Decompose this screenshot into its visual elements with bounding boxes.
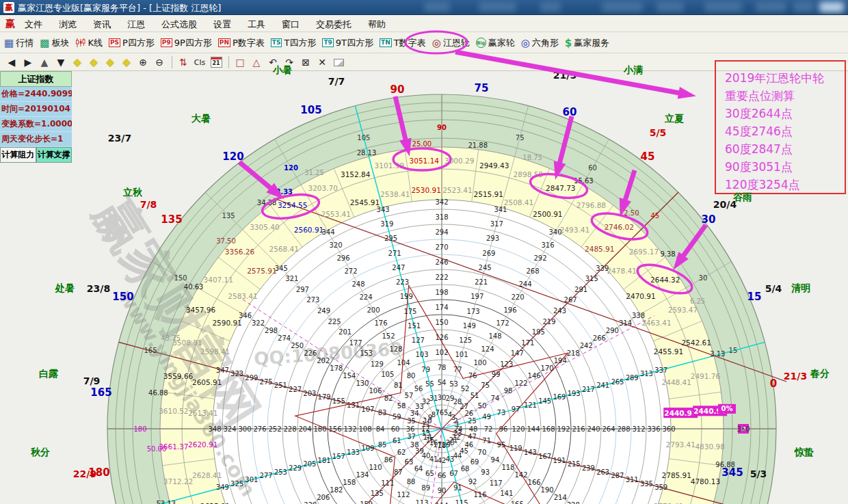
rotate-ccw-button[interactable]: ↶ <box>265 55 280 69</box>
main-toolbar: ▦行情▩板块K线PSP四方形P99P四方形PNP数字表TST四方形T99T四方形… <box>0 33 848 53</box>
calc-support-button[interactable]: 计算支撑 <box>36 147 72 163</box>
price-axis-button[interactable]: ⇅ <box>176 55 191 69</box>
app-logo-icon: 赢 <box>3 2 14 13</box>
annotation-box: 2019年江恩轮中轮重要点位测算30度2644点45度2746点60度2847点… <box>715 60 846 194</box>
menu-item-9[interactable]: 帮助 <box>368 19 386 29</box>
triangle-tool-button[interactable]: △ <box>249 55 264 69</box>
menu-bar: 赢 文件浏览资讯江恩公式选股设置工具窗口交易委托帮助 <box>0 16 848 32</box>
table-grid-icon: ▦ <box>4 37 14 49</box>
annotation-line: 45度2746点 <box>725 122 845 140</box>
badge-T9: T9 <box>322 38 333 47</box>
annotation-line: 90度3051点 <box>725 158 845 176</box>
annotation-line: 120度3254点 <box>725 176 845 194</box>
toolbar-button-t-square[interactable]: TST四方形 <box>271 37 317 49</box>
menu-item-5[interactable]: 设置 <box>213 19 231 29</box>
calendar-icon: 21 <box>211 57 222 68</box>
easel-icon <box>334 59 344 66</box>
panel-row-0: 价格=2440.9099 <box>0 87 72 102</box>
annotation-line: 重要点位测算 <box>725 87 845 105</box>
easel-button[interactable] <box>331 55 346 69</box>
toolbar-button-gann-wheel[interactable]: ◎江恩轮 <box>432 37 470 49</box>
big-circle-icon: Big <box>476 38 486 48</box>
menu-item-6[interactable]: 工具 <box>248 19 265 29</box>
nav-down-button[interactable]: ▼ <box>53 55 68 69</box>
instrument-title: 上证指数 <box>0 71 72 87</box>
cls-button[interactable]: Cls <box>192 55 207 69</box>
calc-resistance-button[interactable]: 计算阻力 <box>0 147 36 163</box>
toolbar-button-p-table[interactable]: PNP数字表 <box>218 37 265 49</box>
badge-TS: TS <box>271 38 282 47</box>
zoom-out-button[interactable]: ⊖ <box>152 55 167 69</box>
menu-item-1[interactable]: 浏览 <box>59 19 77 29</box>
rect-tool-button[interactable]: □ <box>233 55 248 69</box>
badge-P9: P9 <box>161 38 172 47</box>
badge-TN: TN <box>380 38 392 47</box>
annotation-line: 60度2847点 <box>725 140 845 158</box>
badge-PS: PS <box>109 38 120 47</box>
annotation-line: 30度2644点 <box>725 105 845 122</box>
toolbar-button-winner-service[interactable]: $赢家服务 <box>565 37 609 49</box>
toolbar-button-9t-square[interactable]: T99T四方形 <box>322 37 373 49</box>
zoom-in-button[interactable]: ⊕ <box>135 55 150 69</box>
badge-PN: PN <box>218 38 230 47</box>
nav-up-button[interactable]: ▲ <box>37 55 52 69</box>
annotation-line: 2019年江恩轮中轮 <box>725 69 845 87</box>
shift-right-button[interactable]: ◈ <box>86 55 101 69</box>
instrument-panel: 上证指数 价格=2440.9099时间=20190104变换系数=1.00000… <box>0 71 72 163</box>
menu-item-4[interactable]: 公式选股 <box>161 19 197 29</box>
wheel-icon: ◎ <box>432 37 441 49</box>
blocks-icon: ▩ <box>40 37 49 49</box>
delete-box-button[interactable]: ⊠ <box>298 55 313 69</box>
menu-logo-icon: 赢 <box>5 18 15 30</box>
candlestick-icon <box>75 38 85 48</box>
rotate-cw-button[interactable]: ↷ <box>282 55 297 69</box>
calendar-button[interactable]: 21 <box>209 55 224 69</box>
panel-row-3: 周天变化步长=1 <box>0 132 72 147</box>
toolbar-separator <box>172 56 172 68</box>
nav-left-button[interactable]: ◀ <box>4 55 19 69</box>
menu-item-7[interactable]: 窗口 <box>282 19 300 29</box>
collapse-button[interactable]: ✕ <box>315 55 330 69</box>
menu-item-2[interactable]: 资讯 <box>93 19 111 29</box>
panel-row-1: 时间=20190104 <box>0 102 72 117</box>
window-titlebar: 赢 赢家江恩专业版[赢家服务平台] - [上证指数 江恩轮] <box>0 0 848 15</box>
panel-row-2: 变换系数=1.00000 <box>0 117 72 132</box>
toolbar-button-p-square[interactable]: PSP四方形 <box>109 37 155 49</box>
menu-item-8[interactable]: 交易委托 <box>316 19 352 29</box>
toolbar-button-9p-square[interactable]: P99P四方形 <box>161 37 212 49</box>
dollar-icon: $ <box>565 37 572 49</box>
menu-item-0[interactable]: 文件 <box>25 19 42 29</box>
shift-up-button[interactable]: ◈ <box>103 55 118 69</box>
window-title: 赢家江恩专业版[赢家服务平台] - [上证指数 江恩轮] <box>18 2 221 14</box>
toolbar-button-sectors[interactable]: ▩板块 <box>40 37 69 49</box>
hexagon-icon: ◎ <box>521 37 530 49</box>
menu-item-3[interactable]: 江恩 <box>127 19 145 29</box>
toolbar-button-hexagon[interactable]: ◎六角形 <box>521 37 559 49</box>
toolbar-button-kline[interactable]: K线 <box>75 37 103 49</box>
shift-left-button[interactable]: ◈ <box>70 55 85 69</box>
toolbar-button-winner-wheel[interactable]: Big赢家轮 <box>476 37 515 49</box>
toolbar-separator <box>228 56 229 68</box>
toolbar-button-quotes[interactable]: ▦行情 <box>4 37 34 49</box>
toolbar-button-t-table[interactable]: TNT数字表 <box>380 37 426 49</box>
shift-down-button[interactable]: ◈ <box>119 55 134 69</box>
nav-right-button[interactable]: ▶ <box>21 55 36 69</box>
